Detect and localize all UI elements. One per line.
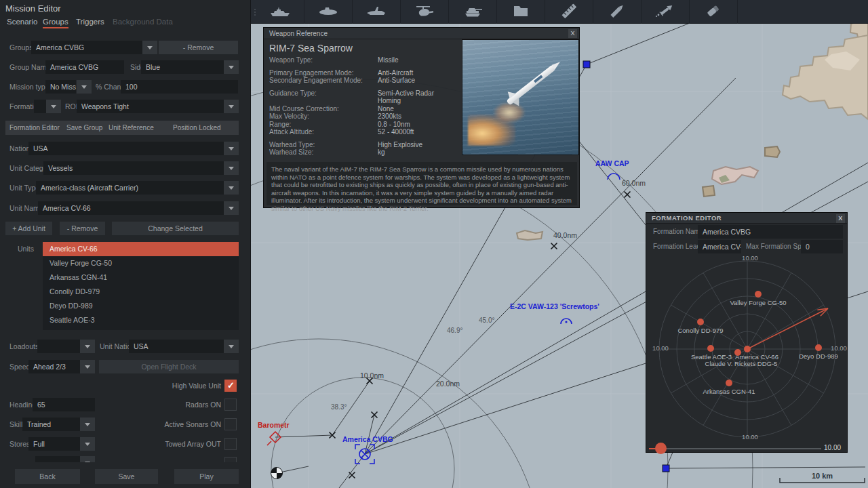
unit-category-select[interactable]: Vessels	[43, 161, 224, 175]
side-select[interactable]: Blue	[141, 60, 224, 74]
formation-ship-label[interactable]: Conolly DD-979	[677, 327, 723, 334]
toolbar-folder-button[interactable]	[497, 0, 545, 24]
formation-editor-button[interactable]: Formation Editor	[9, 121, 60, 135]
pencil-icon	[606, 3, 629, 22]
formation-polar-plot[interactable]	[646, 213, 848, 453]
waypoint-square-north[interactable]	[583, 61, 590, 68]
toolbar-eraser-button[interactable]	[690, 0, 738, 24]
unit-name-select[interactable]: America CV-66	[38, 201, 224, 215]
bullseye-symbol[interactable]	[271, 468, 283, 479]
toolbar-warship-button[interactable]	[256, 0, 304, 24]
unit-type-dropdown-arrow[interactable]	[224, 181, 239, 195]
list-item-unit[interactable]: America CV-66	[43, 242, 239, 256]
formation-slider-handle[interactable]	[655, 443, 667, 454]
formation-ship-label[interactable]: Arkansas CGN-41	[703, 388, 755, 395]
waypoint-square-south[interactable]	[663, 465, 669, 472]
remove-group-button[interactable]: - Remove	[159, 41, 238, 54]
nation-dropdown-arrow[interactable]	[224, 142, 239, 155]
formation-editor-panel: FORMATION EDITOR X Formation Name Americ…	[646, 212, 848, 453]
toolbar-pencil-button[interactable]	[593, 0, 642, 24]
formation-ship-dot[interactable]	[707, 345, 714, 352]
unit-name-dropdown-arrow[interactable]	[224, 201, 239, 215]
unit-type-select[interactable]: America-class (Aircraft Carrier)	[36, 181, 224, 195]
groups-dropdown-arrow[interactable]	[142, 41, 157, 54]
change-selected-button[interactable]: Change Selected	[112, 222, 239, 235]
stores-select[interactable]: Full	[28, 437, 80, 451]
towed-array-checkbox[interactable]	[224, 438, 237, 450]
chance-input[interactable]: 100	[121, 80, 238, 94]
unit-nation-select[interactable]: USA	[129, 340, 224, 353]
formation-ship-dot[interactable]	[755, 291, 762, 298]
formation-slider-track[interactable]	[656, 448, 821, 449]
barometr-symbol[interactable]	[267, 432, 281, 445]
roe-dropdown-arrow[interactable]	[224, 100, 239, 113]
skill-dropdown-arrow[interactable]	[80, 418, 95, 431]
america-cvbg-label[interactable]: America CVBG	[342, 435, 393, 443]
unit-nation-dropdown-arrow[interactable]	[224, 340, 239, 353]
speed-select[interactable]: Ahead 2/3	[28, 360, 80, 373]
formation-ship-label[interactable]: Claude V. Rickets DDG-5	[705, 360, 778, 367]
list-item-unit[interactable]: Claude V. Rickets DDG-5	[43, 327, 239, 330]
list-item-unit[interactable]: Valley Forge CG-50	[43, 256, 239, 270]
formation-select[interactable]	[34, 100, 46, 113]
list-item-unit[interactable]: Conolly DD-979	[43, 285, 239, 299]
list-item-unit[interactable]: Arkansas CGN-41	[43, 270, 239, 285]
formation-ship-dot[interactable]	[815, 344, 822, 351]
toolbar-helicopter-button[interactable]	[401, 0, 449, 24]
formation-ship-label[interactable]: Deyo DD-989	[799, 352, 838, 360]
e2c-label[interactable]: E-2C VAW-123 'Screwtops'	[510, 302, 599, 310]
group-name-input[interactable]: America CVBG	[45, 60, 124, 74]
groups-select[interactable]: America CVBG	[31, 41, 142, 54]
polar-axis-label-right: 10.00	[831, 344, 847, 352]
radars-on-checkbox[interactable]	[224, 399, 237, 411]
tab-triggers[interactable]: Triggers	[76, 15, 104, 28]
toolbar-tank-button[interactable]	[449, 0, 497, 24]
save-group-button[interactable]: Save Group	[66, 121, 102, 135]
active-sonars-checkbox[interactable]	[224, 418, 237, 430]
formation-ship-dot[interactable]	[697, 319, 704, 325]
remove-unit-button[interactable]: - Remove	[60, 222, 105, 235]
add-unit-button[interactable]: + Add Unit	[5, 222, 52, 235]
side-dropdown-arrow[interactable]	[224, 60, 239, 74]
formation-ship-label[interactable]: Valley Forge CG-50	[730, 299, 786, 306]
close-icon[interactable]: X	[568, 29, 577, 38]
list-item-unit[interactable]: Seattle AOE-3	[43, 313, 239, 327]
position-locked-toggle[interactable]: Position Locked	[173, 121, 221, 135]
formation-ship-dot[interactable]	[734, 349, 741, 356]
formation-dropdown-arrow[interactable]	[46, 100, 61, 113]
mission-type-dropdown-arrow[interactable]	[77, 80, 92, 94]
weapon-reference-titlebar[interactable]: Weapon Reference X	[264, 28, 579, 39]
tab-background-data[interactable]: Background Data	[113, 15, 173, 28]
tab-scenario[interactable]: Scenario	[7, 15, 37, 28]
loadouts-select[interactable]	[37, 340, 80, 353]
toolbar-missile-button[interactable]	[642, 0, 690, 24]
stores-dropdown-arrow[interactable]	[80, 437, 95, 451]
barometr-label[interactable]: Barometr	[258, 421, 290, 429]
toolbar-aircraft-button[interactable]	[353, 0, 401, 24]
tab-groups[interactable]: Groups	[43, 15, 68, 28]
formation-ship-dot[interactable]	[726, 380, 732, 386]
formation-ship-dot[interactable]	[744, 346, 751, 352]
aaw-cap-label[interactable]: AAW CAP	[595, 159, 629, 167]
back-button[interactable]: Back	[15, 469, 80, 484]
roe-select[interactable]: Weapons Tight	[77, 100, 224, 113]
loadouts-dropdown-arrow[interactable]	[80, 340, 95, 353]
skill-select[interactable]: Trained	[22, 418, 80, 431]
save-button[interactable]: Save	[95, 469, 158, 484]
toolbar-submarine-button[interactable]	[304, 0, 353, 24]
speed-dropdown-arrow[interactable]	[80, 360, 95, 373]
unit-reference-button[interactable]: Unit Reference	[108, 121, 154, 135]
play-button[interactable]: Play	[174, 469, 239, 484]
heading-input[interactable]: 65	[33, 398, 95, 411]
mission-type-select[interactable]: No Mission	[45, 80, 76, 94]
angle-label-38: 38.3°	[331, 403, 347, 411]
high-value-unit-checkbox[interactable]	[224, 380, 237, 392]
open-flight-deck-button[interactable]: Open Flight Deck	[99, 360, 239, 373]
list-item-unit[interactable]: Deyo DD-989	[43, 299, 239, 313]
island-pink	[712, 167, 758, 184]
nation-select[interactable]: USA	[28, 142, 224, 155]
toolbar-ruler-button[interactable]	[545, 0, 593, 24]
e2c-symbol[interactable]	[561, 319, 572, 324]
toolbar-grip[interactable]	[251, 0, 256, 24]
unit-category-dropdown-arrow[interactable]	[224, 161, 239, 175]
